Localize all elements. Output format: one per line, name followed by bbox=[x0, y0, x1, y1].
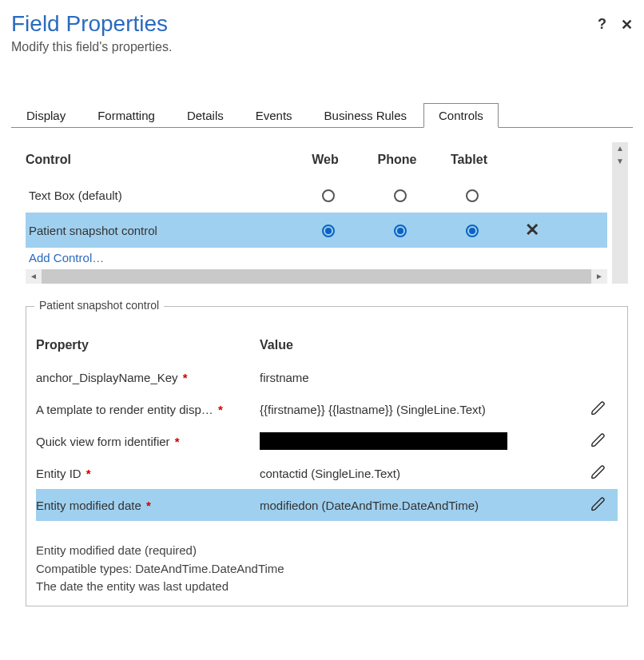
add-control-link[interactable]: Add Control… bbox=[26, 248, 607, 268]
property-panel: Patient snapshot control Property Value … bbox=[26, 306, 628, 606]
detail-line-description: The date the entity was last updated bbox=[36, 578, 618, 596]
radio-icon bbox=[322, 189, 335, 202]
tab-formatting[interactable]: Formatting bbox=[82, 103, 170, 128]
required-icon: * bbox=[172, 435, 180, 448]
radio-tablet[interactable] bbox=[436, 223, 508, 237]
tab-details[interactable]: Details bbox=[172, 103, 239, 128]
property-detail: Entity modified date (required) Compatib… bbox=[36, 542, 618, 596]
field-properties-dialog: Field Properties ? ✕ Modify this field's… bbox=[0, 0, 644, 622]
control-table-header: Control Web Phone Tablet bbox=[26, 142, 607, 177]
property-row[interactable]: anchor_DisplayName_Key *firstname bbox=[36, 361, 618, 393]
control-panel: Control Web Phone Tablet Text Box (defau… bbox=[26, 142, 628, 284]
control-name: Text Box (default) bbox=[29, 189, 292, 202]
tab-display[interactable]: Display bbox=[11, 103, 81, 128]
dialog-subtitle: Modify this field's properties. bbox=[11, 40, 633, 54]
scroll-right-icon[interactable]: ► bbox=[591, 269, 607, 284]
vertical-scrollbar[interactable]: ▲ ▼ bbox=[612, 142, 628, 284]
header-actions: ? ✕ bbox=[598, 16, 633, 34]
property-name: Quick view form identifier * bbox=[36, 435, 260, 448]
header-row: Field Properties ? ✕ bbox=[11, 10, 633, 40]
col-web: Web bbox=[289, 153, 361, 167]
horizontal-scrollbar[interactable]: ◄ ► bbox=[26, 269, 607, 284]
edit-property-button[interactable] bbox=[579, 400, 618, 419]
radio-web[interactable] bbox=[292, 188, 364, 202]
radio-icon bbox=[322, 225, 335, 237]
property-value: {{firstname}} {{lastname}} (SingleLine.T… bbox=[260, 403, 579, 416]
scroll-up-icon[interactable]: ▲ bbox=[612, 142, 628, 155]
col-tablet: Tablet bbox=[433, 153, 505, 167]
close-icon[interactable]: ✕ bbox=[621, 16, 633, 34]
radio-web[interactable] bbox=[292, 223, 364, 237]
radio-icon bbox=[466, 225, 479, 237]
controls-tab-body: Control Web Phone Tablet Text Box (defau… bbox=[11, 128, 633, 613]
remove-control-icon[interactable]: ✕ bbox=[508, 220, 556, 241]
redacted-value bbox=[260, 432, 507, 450]
property-value: modifiedon (DateAndTime.DateAndTime) bbox=[260, 499, 579, 512]
property-name: Entity modified date * bbox=[36, 499, 260, 512]
property-table-header: Property Value bbox=[36, 329, 618, 361]
property-name: A template to render entity disp… * bbox=[36, 403, 260, 416]
property-panel-legend: Patient snapshot control bbox=[34, 299, 164, 312]
property-row[interactable]: Quick view form identifier * bbox=[36, 425, 618, 457]
required-icon: * bbox=[143, 499, 151, 512]
edit-property-button[interactable] bbox=[579, 496, 618, 515]
control-scroll-area: Control Web Phone Tablet Text Box (defau… bbox=[26, 142, 607, 284]
tab-events[interactable]: Events bbox=[241, 103, 308, 128]
edit-property-button[interactable] bbox=[579, 464, 618, 483]
radio-icon bbox=[394, 225, 407, 237]
detail-line-title: Entity modified date (required) bbox=[36, 542, 618, 560]
radio-icon bbox=[394, 189, 407, 202]
scroll-track[interactable] bbox=[42, 269, 591, 284]
radio-phone[interactable] bbox=[364, 223, 436, 237]
required-icon: * bbox=[215, 403, 223, 416]
required-icon: * bbox=[83, 467, 91, 480]
col-phone: Phone bbox=[361, 153, 433, 167]
control-name: Patient snapshot control bbox=[29, 224, 292, 237]
dialog-title: Field Properties bbox=[11, 11, 598, 37]
tab-business-rules[interactable]: Business Rules bbox=[309, 103, 422, 128]
required-icon: * bbox=[180, 371, 188, 384]
property-row[interactable]: Entity modified date *modifiedon (DateAn… bbox=[36, 489, 618, 521]
control-row[interactable]: Text Box (default) bbox=[26, 177, 607, 213]
property-value: firstname bbox=[260, 371, 579, 384]
col-control: Control bbox=[26, 153, 289, 167]
radio-phone[interactable] bbox=[364, 188, 436, 202]
detail-line-types: Compatible types: DateAndTime.DateAndTim… bbox=[36, 560, 618, 578]
radio-tablet[interactable] bbox=[436, 188, 508, 202]
col-value: Value bbox=[260, 338, 579, 352]
property-row[interactable]: Entity ID *contactid (SingleLine.Text) bbox=[36, 457, 618, 489]
property-value: contactid (SingleLine.Text) bbox=[260, 467, 579, 480]
col-property: Property bbox=[36, 338, 260, 352]
tab-strip: DisplayFormattingDetailsEventsBusiness R… bbox=[11, 102, 633, 128]
radio-icon bbox=[466, 189, 479, 202]
control-row[interactable]: Patient snapshot control✕ bbox=[26, 213, 607, 248]
property-value bbox=[260, 432, 579, 450]
scroll-down-icon[interactable]: ▼ bbox=[612, 155, 628, 168]
property-row[interactable]: A template to render entity disp… *{{fir… bbox=[36, 393, 618, 425]
tab-controls[interactable]: Controls bbox=[423, 103, 499, 128]
scroll-left-icon[interactable]: ◄ bbox=[26, 269, 42, 284]
property-name: Entity ID * bbox=[36, 467, 260, 480]
help-icon[interactable]: ? bbox=[598, 16, 606, 34]
edit-property-button[interactable] bbox=[579, 432, 618, 451]
property-name: anchor_DisplayName_Key * bbox=[36, 371, 260, 384]
